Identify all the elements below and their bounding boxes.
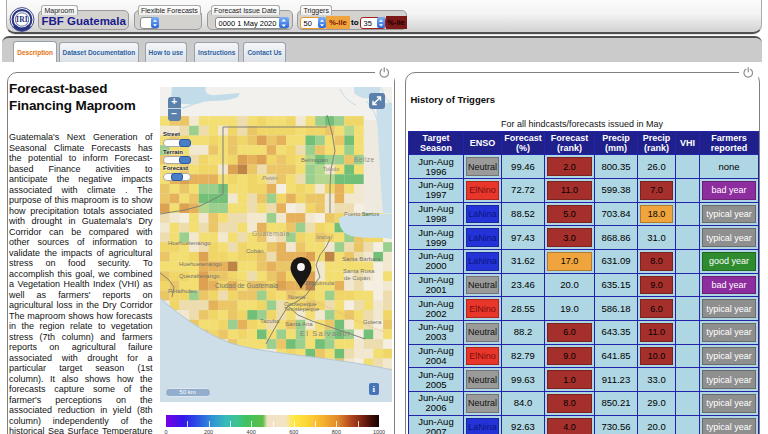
svg-text:Toledo: Toledo (323, 166, 339, 172)
svg-text:Gotera: Gotera (363, 319, 382, 325)
svg-text:Santa Ana: Santa Ana (285, 321, 313, 327)
svg-text:Quezaltenango: Quezaltenango (179, 273, 220, 279)
svg-text:El Salvador: El Salvador (300, 329, 352, 338)
svg-text:Retalhuleu: Retalhuleu (168, 288, 197, 294)
svg-text:Tacuba: Tacuba (260, 318, 280, 324)
svg-text:Huehuetenango: Huehuetenango (168, 240, 211, 246)
svg-text:Guatemala: Guatemala (252, 230, 290, 237)
svg-text:IRI: IRI (16, 15, 28, 24)
svg-text:Ciudad de Guatemala: Ciudad de Guatemala (215, 282, 279, 289)
svg-text:Texistepeque: Texistepeque (284, 306, 320, 312)
svg-text:Chiquimula: Chiquimula (304, 280, 335, 286)
svg-text:Belize: Belize (354, 156, 375, 163)
svg-text:de Copán: de Copán (344, 275, 370, 281)
svg-text:Santa Rosa: Santa Rosa (343, 268, 375, 274)
svg-text:Huehuetenango: Huehuetenango (179, 261, 222, 267)
svg-text:Belmopan: Belmopan (301, 157, 328, 163)
svg-text:Santa Bárbara: Santa Bárbara (342, 256, 381, 262)
svg-text:Petén: Petén (262, 175, 278, 181)
svg-text:Izabal: Izabal (316, 234, 333, 240)
svg-text:Puerto Barrios: Puerto Barrios (344, 211, 379, 217)
svg-text:Cobán: Cobán (246, 248, 264, 254)
svg-text:Nueva: Nueva (288, 294, 306, 300)
